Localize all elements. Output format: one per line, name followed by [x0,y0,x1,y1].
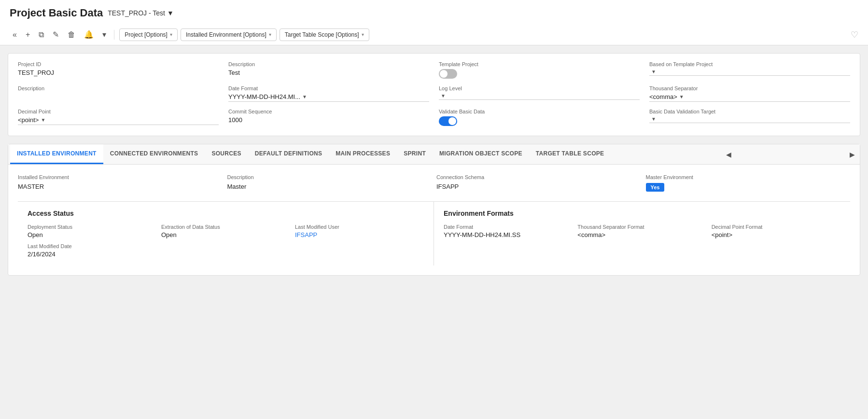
env-date-format-value: YYYY-MM-DD-HH24.MI.SS [444,231,520,238]
tab-main-processes[interactable]: MAIN PROCESSES [329,144,397,164]
project-options-arrow: ▾ [170,32,172,37]
basic-data-validation-row: ▼ [649,116,850,123]
environment-formats-title: Environment Formats [444,210,840,217]
form-grid: Project ID TEST_PROJ Description Test Te… [18,61,850,126]
date-format-value: YYYY-MM-DD-HH24.MI... [228,93,300,100]
thousand-separator-value: <comma> [649,93,677,100]
toggle-knob [440,70,448,78]
access-status-title: Access Status [28,210,424,217]
env-thousand-separator-value: <comma> [577,231,605,238]
last-modified-user-field: Last Modified User IFSAPP [295,224,424,238]
project-id-label: Project ID [18,61,219,67]
page-header: Project Basic Data TEST_PROJ - Test ▼ « … [0,0,868,45]
description-label: Description [228,61,429,67]
log-level-label: Log Level [439,85,640,91]
thousand-separator-arrow[interactable]: ▼ [679,94,684,99]
toolbar: « + ⧉ ✎ 🗑 🔔 ▾ Project [Options] ▾ Instal… [10,24,858,45]
back-button[interactable]: « [10,28,20,41]
last-modified-date-value: 2/16/2024 [28,251,56,258]
validate-basic-data-toggle[interactable] [439,116,457,126]
installed-env-options-label: Installed Environment [Options] [186,31,266,38]
delete-button[interactable]: 🗑 [65,28,78,41]
col-installed-env-label: Installed Environment [18,174,223,180]
based-on-template-label: Based on Template Project [649,61,850,67]
commit-sequence-field: Commit Sequence 1000 [228,109,429,126]
favorite-button[interactable]: ♡ [851,29,858,40]
bell-button[interactable]: 🔔 [81,28,97,41]
add-button[interactable]: + [23,28,33,41]
two-panel: Access Status Deployment Status Open Ext… [18,201,850,265]
page-title: Project Basic Data [10,7,103,19]
target-table-options-button[interactable]: Target Table Scope [Options] ▾ [280,28,369,41]
commit-sequence-value: 1000 [228,116,429,124]
template-project-label: Template Project [439,61,640,67]
basic-data-validation-label: Basic Data Validation Target [649,109,850,114]
project-options-button[interactable]: Project [Options] ▾ [119,28,178,41]
tab-migration-object-scope[interactable]: MIGRATION OBJECT SCOPE [433,144,529,164]
toolbar-divider [114,30,114,40]
col-master-env-label: Master Environment [646,174,851,180]
target-table-options-label: Target Table Scope [Options] [285,31,359,38]
col-connection-schema-label: Connection Schema [436,174,641,180]
description-field: Description Test [228,61,429,79]
installed-env-options-arrow: ▾ [269,32,271,37]
project-selector-label: TEST_PROJ - Test [108,9,165,17]
tab-default-definitions[interactable]: DEFAULT DEFINITIONS [248,144,329,164]
tab-sources[interactable]: SOURCES [205,144,248,164]
deployment-status-label: Deployment Status [28,224,156,230]
access-status-grid: Deployment Status Open Extraction of Dat… [28,224,424,258]
copy-button[interactable]: ⧉ [36,28,47,41]
date-format-row: YYYY-MM-DD-HH24.MI... ▼ [228,93,429,102]
chevron-down-icon: ▼ [167,9,174,17]
date-format-label: Date Format [228,85,429,91]
form-card: Project ID TEST_PROJ Description Test Te… [8,53,860,136]
tab-target-table-scope[interactable]: TARGET TABLE SCOPE [529,144,611,164]
last-modified-user-label: Last Modified User [295,224,424,230]
tab-installed-environment[interactable]: INSTALLED ENVIRONMENT [10,144,103,164]
based-on-template-field: Based on Template Project ▼ [649,61,850,79]
based-on-template-row: ▼ [649,69,850,76]
log-level-field: Log Level ▼ [439,85,640,102]
tab-connected-environments[interactable]: CONNECTED ENVIRONMENTS [103,144,205,164]
decimal-point-value: <point> [18,116,39,124]
decimal-point-arrow[interactable]: ▼ [41,117,45,123]
tab-prev-button[interactable]: ◀ [723,149,734,160]
project-selector[interactable]: TEST_PROJ - Test ▼ [108,9,174,17]
log-level-row: ▼ [439,93,640,100]
yes-badge: Yes [646,183,665,192]
dropdown-button[interactable]: ▾ [99,28,109,41]
description2-field: Description [18,85,219,102]
template-project-field: Template Project [439,61,640,79]
edit-button[interactable]: ✎ [50,28,62,41]
thousand-separator-label: Thousand Separator [649,85,850,91]
last-modified-user-value[interactable]: IFSAPP [295,231,317,238]
env-decimal-point-label: Decimal Point Format [712,224,840,230]
col-description-label: Description [227,174,432,180]
project-id-value: TEST_PROJ [18,69,219,76]
log-level-arrow[interactable]: ▼ [441,93,446,98]
extraction-status-label: Extraction of Data Status [161,224,290,230]
thousand-separator-field: Thousand Separator <comma> ▼ [649,85,850,102]
commit-sequence-label: Commit Sequence [228,109,429,114]
env-decimal-point-value: <point> [712,231,732,238]
basic-data-validation-arrow[interactable]: ▼ [651,116,656,122]
extraction-status-field: Extraction of Data Status Open [161,224,290,238]
deployment-status-value: Open [28,231,43,238]
tab-sprint[interactable]: SPRINT [397,144,433,164]
based-on-template-arrow[interactable]: ▼ [651,69,656,74]
tab-next-button[interactable]: ▶ [847,149,858,160]
env-date-format-label: Date Format [444,224,573,230]
decimal-point-row: <point> ▼ [18,116,219,125]
access-status-panel: Access Status Deployment Status Open Ext… [18,202,434,265]
main-content: Project ID TEST_PROJ Description Test Te… [0,45,868,283]
tabs-bar: INSTALLED ENVIRONMENT CONNECTED ENVIRONM… [8,144,860,165]
description2-label: Description [18,85,219,91]
date-format-arrow[interactable]: ▼ [302,94,307,99]
environment-formats-grid: Date Format YYYY-MM-DD-HH24.MI.SS Thousa… [444,224,840,238]
template-project-toggle[interactable] [439,69,457,79]
installed-env-options-button[interactable]: Installed Environment [Options] ▾ [181,28,277,41]
tab-header-row: Installed Environment Description Connec… [18,174,850,180]
project-id-field: Project ID TEST_PROJ [18,61,219,79]
env-date-format-field: Date Format YYYY-MM-DD-HH24.MI.SS [444,224,573,238]
last-modified-date-field: Last Modified Date 2/16/2024 [28,243,156,258]
